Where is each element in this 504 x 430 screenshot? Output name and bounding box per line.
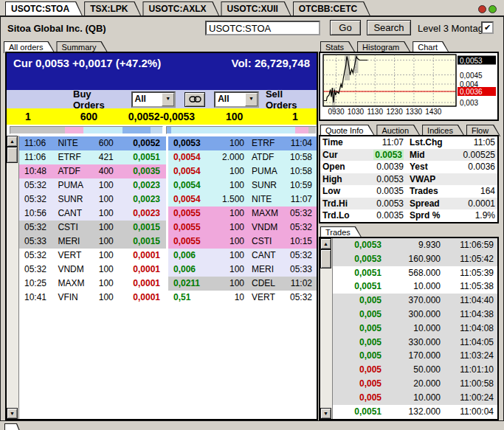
trade-row[interactable]: 0,00520.00011:00:58 — [333, 377, 497, 391]
window-tab-tsx-lpk[interactable]: TSX:LPK — [84, 1, 141, 16]
ask-time: 11:02 — [280, 277, 317, 291]
quote-label: Low — [320, 185, 358, 198]
bottom-partial-tab[interactable] — [4, 423, 38, 430]
book-row[interactable]: 10:56CANT1000,00230,0055100MAXM05:32 — [19, 207, 317, 221]
quote-row: Time11:07Lst.Chg11:05 — [320, 136, 497, 149]
scroll-thumb[interactable] — [7, 147, 18, 163]
sell-filter-dropdown[interactable]: All ▼ — [214, 91, 259, 108]
bid-price: 0,0001 — [114, 263, 166, 277]
chevron-down-icon[interactable]: ▼ — [245, 93, 258, 106]
quote-value: 164 — [449, 185, 497, 198]
trade-row[interactable]: 0,005370.00011:04:40 — [333, 294, 497, 308]
ask-mm: PUMA — [244, 164, 280, 178]
trade-price: 0,0051 — [333, 280, 382, 294]
window-tab-otcbb-cetc[interactable]: OTCBB:CETC — [293, 1, 370, 16]
quote-value: 0.0035 — [358, 185, 404, 198]
quote-label: Open — [320, 161, 358, 173]
trade-row[interactable]: 0,0053160.90011:05:42 — [333, 252, 497, 266]
quote-row: Trd.Hi0.0053Spread0.0001 — [320, 198, 497, 210]
summary-bar: Cur 0,0053 +0,0017 (+47.2%) Vol: 26,729,… — [7, 53, 317, 90]
ask-time: 05:32 — [280, 249, 317, 263]
book-row[interactable]: 05:32VERT1000,00010,006100CANT05:32 — [19, 249, 317, 263]
book-rows: 11:06NITE6000,00520,0053100ETRF11:0411:0… — [19, 136, 317, 305]
down-arrow-icon: ▼ — [10, 411, 15, 416]
book-row[interactable]: 11:06ETRF4210,00510,00542.000ATDF10:58 — [19, 150, 317, 164]
trade-row[interactable]: 0,00510.00011:00:24 — [333, 391, 497, 405]
intraday-chart: 0930103011301230133014300,00530,00450,00… — [320, 53, 497, 119]
buy-filter-dropdown[interactable]: All ▼ — [131, 91, 176, 108]
book-row[interactable]: 05:33MERI1000,00150,0055100CSTI10:15 — [19, 235, 317, 249]
inside-prices: 0,0052-0,0053 — [128, 111, 195, 122]
ask-size: 2.000 — [216, 150, 244, 164]
book-row[interactable]: 10:41VFIN1000,00010,5110VERT05:32 — [19, 291, 317, 305]
bid-size: 100 — [99, 277, 114, 291]
book-row[interactable]: 05:32SUNR1000,00230,00541.500NITE11:07 — [19, 193, 317, 207]
search-button[interactable]: Search — [367, 20, 411, 35]
quote-row: Cur0.0053Mid0.00525 — [320, 149, 497, 162]
scroll-up-button[interactable]: ▲ — [7, 136, 18, 147]
quote-value: 11:05 — [449, 136, 497, 149]
ask-time: 05:32 — [280, 221, 317, 235]
quote-value: 0.0001 — [449, 198, 497, 210]
trade-row[interactable]: 0,005170.00011:03:24 — [333, 349, 497, 363]
trade-price: 0,0051 — [333, 266, 382, 280]
check-icon: ✔ — [484, 23, 491, 32]
link-icon — [189, 95, 201, 103]
bid-time: 05:32 — [19, 249, 58, 263]
trade-time: 11:04:08 — [441, 322, 497, 336]
trade-row[interactable]: 0,005330.00011:04:05 — [333, 336, 497, 350]
ask-mm: CDEL — [244, 277, 280, 291]
scroll-up-button[interactable]: ▲ — [320, 238, 331, 249]
trade-row[interactable]: 0,0051132.00011:00:04 — [333, 405, 497, 419]
bid-time: 05:33 — [19, 235, 58, 249]
bid-depth-bar — [10, 126, 163, 134]
bid-size: 600 — [99, 136, 114, 150]
bid-size: 100 — [99, 193, 114, 207]
book-row[interactable]: 11:06NITE6000,00520,0053100ETRF11:04 — [19, 136, 317, 150]
sell-orders-label: Sell Orders — [266, 89, 317, 111]
quote-value: 0.0035 — [358, 209, 404, 222]
ask-price: 0,0054 — [168, 150, 216, 164]
book-row[interactable]: 05:32VNDM1000,00010,006100MERI05:33 — [19, 263, 317, 277]
bid-price: 0,0001 — [114, 249, 166, 263]
scroll-down-button[interactable]: ▼ — [7, 408, 18, 419]
bid-time: 11:06 — [19, 136, 58, 150]
trade-row[interactable]: 0,00510.00011:04:08 — [333, 322, 497, 336]
trade-row[interactable]: 0,00539.93011:06:59 — [333, 238, 497, 252]
book-row[interactable]: 10:25MAXM1000,00010,0211100CDEL11:02 — [19, 277, 317, 291]
book-row[interactable]: 05:32CSTI1000,00150,0055100VNDM05:32 — [19, 221, 317, 235]
go-button[interactable]: Go — [330, 20, 361, 35]
trade-time: 11:06:59 — [441, 238, 497, 252]
scroll-thumb[interactable] — [320, 249, 331, 268]
window-tab-usotc-stoa[interactable]: USOTC:STOA — [5, 1, 83, 16]
window-tab-usotc-xuii[interactable]: USOTC:XUII — [221, 1, 291, 16]
book-row[interactable]: 05:32PUMA1000,00230,0054100SUNR10:59 — [19, 178, 317, 193]
trade-size: 300.000 — [382, 308, 441, 322]
trades-scrollbar[interactable]: ▲ ▼ — [320, 238, 333, 419]
bid-time: 10:25 — [19, 277, 58, 291]
trade-row[interactable]: 0,0051568.00011:05:39 — [333, 266, 497, 280]
scroll-down-button[interactable]: ▼ — [320, 408, 331, 419]
ask-mm: MERI — [244, 263, 280, 277]
ask-time: 05:32 — [280, 207, 317, 221]
trade-row[interactable]: 0,005110.00011:05:38 — [333, 280, 497, 294]
y-tick-label: 0,0045 — [460, 72, 483, 80]
chevron-down-icon[interactable]: ▼ — [162, 93, 174, 106]
trade-size: 370.000 — [382, 294, 441, 308]
quote-info-panel: Time11:07Lst.Chg11:05Cur0.0053Mid0.00525… — [319, 135, 499, 223]
trade-time: 11:00:24 — [441, 391, 497, 405]
level3-montage-checkbox[interactable]: ✔ — [481, 21, 494, 34]
book-scrollbar[interactable]: ▲ ▼ — [7, 136, 19, 419]
link-filters-button[interactable] — [184, 92, 205, 107]
window-tab-usotc-axlx[interactable]: USOTC:AXLX — [142, 1, 219, 16]
symbol-input[interactable] — [205, 21, 320, 35]
trade-row[interactable]: 0,005300.00011:04:38 — [333, 308, 497, 322]
ask-size: 100 — [216, 263, 244, 277]
green-status-dot — [489, 5, 497, 13]
book-row[interactable]: 10:48ATDF4000,00350,0054100PUMA10:58 — [19, 164, 317, 178]
ask-mm: VERT — [244, 291, 280, 305]
trade-row[interactable]: 0,00550.00011:01:10 — [333, 363, 497, 377]
bid-cell: 11:06NITE6000,0052 — [19, 136, 166, 150]
trade-time: 11:04:38 — [441, 308, 497, 322]
tab-label: TSX:LPK — [85, 2, 140, 16]
